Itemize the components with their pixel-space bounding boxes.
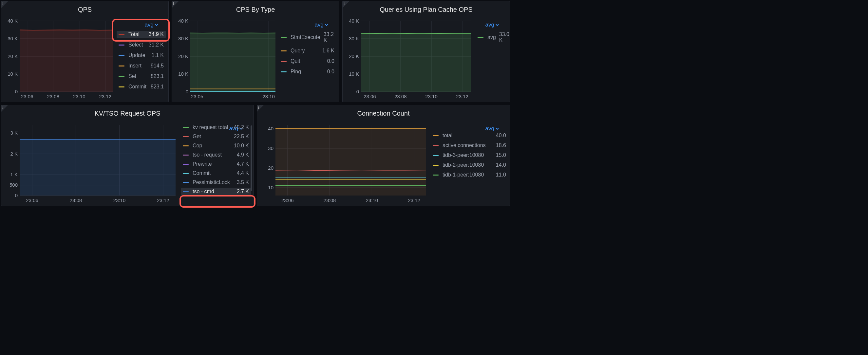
legend-item[interactable]: total40.0 — [431, 132, 508, 139]
legend-value: 0.0 — [324, 58, 334, 64]
legend-label: Commit — [128, 84, 147, 90]
legend-swatch — [433, 174, 439, 175]
legend-value: 1.6 K — [319, 48, 334, 54]
panel-kv-tso: KV/TSO Request OPS avg 05001 K2 K3 K23:0… — [1, 105, 254, 206]
agg-label: avg — [486, 125, 494, 132]
legend-item[interactable]: avg33.0 K — [475, 31, 508, 44]
legend-swatch — [183, 127, 189, 128]
legend-conn[interactable]: total40.0active connections18.6tidb-3-pe… — [431, 132, 508, 179]
svg-text:40 K: 40 K — [349, 18, 359, 24]
panel-title: QPS — [1, 6, 168, 13]
svg-text:10 K: 10 K — [349, 71, 359, 77]
legend-item[interactable]: Cop10.0 K — [181, 142, 251, 150]
svg-text:23:10: 23:10 — [113, 197, 126, 203]
svg-text:23:06: 23:06 — [281, 197, 294, 203]
legend-swatch — [433, 155, 439, 156]
svg-text:20 K: 20 K — [349, 53, 359, 59]
legend-item[interactable]: Query1.6 K — [279, 47, 336, 54]
legend-label: kv request total — [193, 124, 228, 130]
svg-text:30 K: 30 K — [7, 36, 18, 41]
svg-text:23:12: 23:12 — [99, 94, 112, 99]
legend-item[interactable]: Update1.1 K — [117, 52, 166, 59]
agg-selector[interactable]: avg — [145, 22, 158, 28]
legend-swatch — [119, 44, 124, 45]
svg-text:23:10: 23:10 — [425, 94, 438, 99]
legend-item[interactable]: kv request total45.2 K — [181, 124, 251, 131]
legend-label: Prewrite — [193, 161, 212, 167]
chart-conn[interactable]: 1020304023:0623:0823:1023:12 — [262, 122, 428, 205]
legend-item[interactable]: Set823.1 — [117, 73, 166, 80]
panel-cps: CPS By Type avg 010 K20 K30 K40 K23:0523… — [172, 1, 339, 102]
svg-text:30 K: 30 K — [178, 36, 188, 41]
legend-item[interactable]: Ping0.0 — [279, 68, 336, 75]
svg-text:0: 0 — [356, 89, 359, 94]
legend-qps[interactable]: Total34.9 KSelect31.2 KUpdate1.1 KInsert… — [117, 31, 166, 90]
legend-value: 34.9 K — [146, 31, 164, 37]
chevron-down-icon — [495, 127, 499, 131]
legend-value: 2.7 K — [234, 189, 249, 195]
svg-text:23:06: 23:06 — [26, 197, 38, 203]
legend-item[interactable]: Insert914.5 — [117, 62, 166, 69]
legend-item[interactable]: Quit0.0 — [279, 58, 336, 65]
legend-item[interactable]: tidb-3-peer:1008015.0 — [431, 152, 508, 159]
legend-item[interactable]: PessimisticLock3.5 K — [181, 179, 251, 186]
legend-item[interactable]: StmtExecute33.2 K — [279, 31, 336, 44]
legend-label: avg — [487, 34, 496, 40]
svg-text:23:12: 23:12 — [408, 197, 420, 203]
legend-label: Commit — [193, 170, 211, 176]
legend-item[interactable]: tso - request4.9 K — [181, 151, 251, 159]
legend-value: 823.1 — [147, 73, 164, 79]
legend-value: 11.0 — [493, 172, 506, 178]
legend-swatch — [433, 165, 439, 166]
svg-text:10 K: 10 K — [7, 71, 18, 77]
chart-cps[interactable]: 010 K20 K30 K40 K23:0523:10 — [177, 18, 277, 101]
chevron-down-icon — [324, 23, 329, 27]
legend-label: active connections — [442, 142, 486, 148]
svg-text:23:10: 23:10 — [73, 94, 86, 99]
legend-item[interactable]: tidb-1-peer:1008011.0 — [431, 171, 508, 179]
legend-value: 1.1 K — [148, 53, 164, 58]
scrollbar[interactable] — [251, 125, 252, 191]
chart-kv-tso[interactable]: 05001 K2 K3 K23:0623:0823:1023:12 — [6, 122, 177, 205]
panel-title: Connection Count — [257, 110, 510, 117]
legend-item[interactable]: tidb-2-peer:1008014.0 — [431, 161, 508, 169]
svg-text:23:05: 23:05 — [191, 94, 204, 99]
legend-value: 823.1 — [147, 84, 164, 90]
legend-label: tso - cmd — [193, 189, 214, 195]
legend-swatch — [433, 145, 439, 146]
chart-qps[interactable]: 010 K20 K30 K40 K23:0623:0823:1023:12 — [6, 18, 114, 101]
legend-value: 33.0 K — [496, 31, 509, 43]
legend-plan-cache[interactable]: avg33.0 K — [475, 31, 508, 44]
chart-plan-cache[interactable]: 010 K20 K30 K40 K23:0623:0823:1023:12 — [347, 18, 472, 101]
svg-text:0: 0 — [186, 89, 188, 94]
legend-value: 4.7 K — [234, 161, 249, 167]
legend-kv-tso[interactable]: kv request total45.2 KGet22.5 KCop10.0 K… — [181, 124, 251, 195]
legend-value: 4.9 K — [234, 152, 249, 158]
agg-selector[interactable]: avg — [486, 125, 499, 132]
legend-label: Quit — [290, 58, 300, 64]
legend-item[interactable]: Commit4.4 K — [181, 169, 251, 177]
legend-label: tidb-3-peer:10080 — [442, 152, 484, 158]
legend-swatch — [119, 76, 124, 77]
legend-swatch — [183, 146, 189, 147]
legend-swatch — [119, 65, 124, 66]
legend-item[interactable]: active connections18.6 — [431, 142, 508, 149]
panel-qps: QPS avg 010 K20 K30 K40 K23:0623:0823:10… — [1, 1, 169, 102]
agg-selector[interactable]: avg — [315, 22, 329, 28]
legend-swatch — [433, 135, 439, 136]
legend-item[interactable]: Select31.2 K — [117, 41, 166, 49]
svg-text:23:08: 23:08 — [70, 197, 82, 203]
legend-cps[interactable]: StmtExecute33.2 KQuery1.6 KQuit0.0Ping0.… — [279, 31, 336, 75]
legend-item[interactable]: Commit823.1 — [117, 83, 166, 90]
legend-swatch — [183, 191, 189, 192]
legend-swatch — [119, 55, 124, 56]
legend-value: 14.0 — [493, 162, 506, 168]
legend-item[interactable]: tso - cmd2.7 K — [181, 188, 251, 195]
legend-item[interactable]: Total34.9 K — [117, 31, 166, 38]
legend-value: 22.5 K — [230, 134, 249, 139]
legend-item[interactable]: Get22.5 K — [181, 133, 251, 140]
legend-label: total — [442, 133, 452, 138]
highlight-box-tso-cmd — [180, 195, 255, 207]
agg-selector[interactable]: avg — [486, 22, 499, 28]
legend-item[interactable]: Prewrite4.7 K — [181, 160, 251, 168]
